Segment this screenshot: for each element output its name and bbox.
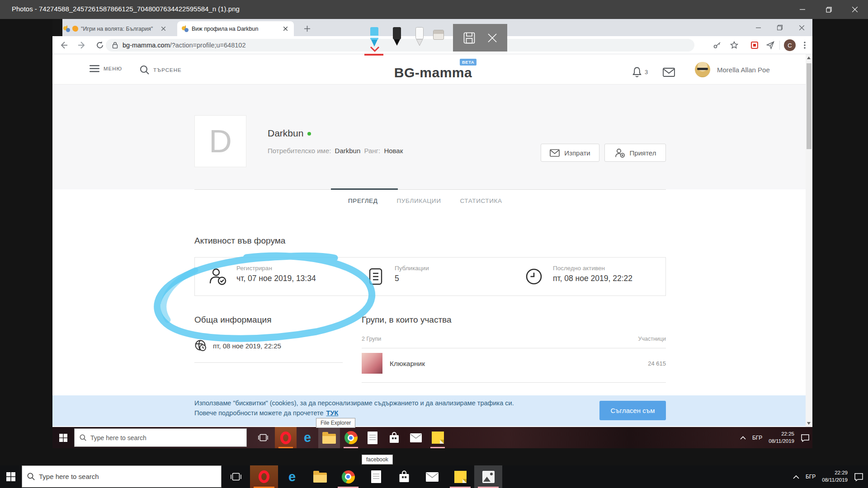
browser-tab-profile-active[interactable]: Виж профила на Darkbun [177, 21, 294, 36]
url-text: bg-mamma.com/?action=profile;u=648102 [123, 42, 245, 49]
tab-close-icon[interactable] [281, 25, 289, 33]
chrome-minimize-button[interactable] [747, 19, 769, 36]
active-tab-indicator [331, 188, 398, 190]
reload-button[interactable] [95, 40, 105, 50]
taskbar-icon-mail[interactable] [405, 427, 427, 448]
restore-icon [826, 7, 832, 13]
task-view-button[interactable] [226, 465, 246, 488]
chrome-menu-icon[interactable] [799, 40, 810, 51]
taskbar-icon-chrome[interactable] [340, 427, 362, 448]
taskbar-icon-mail[interactable] [418, 465, 446, 488]
action-center-icon[interactable] [801, 434, 810, 442]
windows-taskbar: Type here to search e БГР 22:29 08/11/20… [0, 465, 868, 488]
chrome-restore-button[interactable] [769, 19, 791, 36]
store-bag-icon [389, 432, 400, 444]
taskbar-search-box[interactable]: Type here to search [74, 428, 247, 447]
menu-label: МЕНЮ [104, 66, 122, 71]
photos-minimize-button[interactable] [789, 0, 816, 19]
profile-meta-row: Потребителско име: Darkbun Ранг: Новак [268, 147, 405, 155]
taskbar-search-box[interactable]: Type here to search [22, 465, 222, 488]
photos-close-button[interactable] [842, 0, 868, 19]
task-view-button[interactable] [253, 427, 273, 448]
cookie-more-link[interactable]: ТУК [326, 409, 339, 417]
scroll-up-arrow-icon[interactable] [807, 56, 811, 59]
logo-text: BG-mamma [394, 65, 472, 80]
tab-close-icon[interactable] [159, 25, 167, 33]
taskbar-icon-file-explorer[interactable] [306, 465, 334, 488]
tab-statistics[interactable]: СТАТИСТИКА [460, 197, 502, 204]
taskbar-icon-photos-active[interactable] [474, 465, 502, 488]
taskbar-icon-opera[interactable] [275, 427, 297, 448]
taskbar-icon-document[interactable] [362, 465, 390, 488]
stat-label: Публикации [395, 265, 429, 272]
muscle-emoji-icon [72, 26, 78, 32]
chrome-profile-avatar[interactable]: C [784, 39, 796, 51]
start-button[interactable] [0, 465, 22, 488]
close-annotation-icon[interactable] [488, 33, 497, 42]
tab-publications[interactable]: ПУБЛИКАЦИИ [396, 197, 441, 204]
stat-label: Последно активен [553, 265, 605, 272]
chrome-close-button[interactable] [791, 19, 812, 36]
tray-chevron-icon[interactable] [793, 475, 799, 479]
share-send-icon[interactable] [765, 40, 776, 51]
back-button[interactable] [59, 40, 69, 50]
taskbar-icon-sticky-notes[interactable] [427, 427, 448, 448]
browser-tab-igri[interactable]: "Игри на волята: България" [59, 21, 172, 36]
opera-icon [259, 470, 269, 483]
notifications-bell[interactable]: 3 [632, 66, 648, 79]
language-indicator[interactable]: БГР [752, 435, 762, 441]
task-view-icon [258, 434, 268, 441]
taskbar-icon-file-explorer[interactable] [318, 427, 340, 448]
group-members-count: 24 615 [603, 360, 666, 367]
taskbar-icon-store[interactable] [390, 465, 418, 488]
bgmamma-logo[interactable]: BG-mamma [386, 65, 481, 80]
clock[interactable]: 22:29 08/11/2019 [822, 469, 848, 483]
beta-badge: BETA [460, 59, 476, 66]
ballpoint-pen-tool[interactable] [392, 27, 402, 49]
notification-count: 3 [645, 69, 648, 75]
language-indicator[interactable]: БГР [806, 474, 816, 480]
bgmamma-favicon-icon [182, 25, 189, 33]
send-message-button[interactable]: Изпрати [541, 144, 599, 162]
general-info-heading: Обща информация [194, 315, 271, 325]
taskbar-icon-sticky-notes[interactable] [446, 465, 474, 488]
taskbar-icon-chrome[interactable] [334, 465, 362, 488]
site-search-button[interactable]: ТЪРСЕНЕ [140, 65, 182, 75]
screenshot-image: "Игри на волята: България" Виж профила н… [52, 19, 812, 448]
cookie-notice-bar: Използваме "бисквитки" (cookies), за да … [52, 395, 806, 426]
taskbar-icon-edge[interactable]: e [297, 427, 318, 448]
menu-button[interactable]: МЕНЮ [90, 65, 122, 72]
messages-envelope[interactable] [663, 68, 675, 79]
password-key-icon[interactable] [712, 40, 722, 51]
new-tab-button[interactable] [301, 23, 313, 34]
cookie-accept-button[interactable]: Съгласен съм [599, 401, 666, 420]
bgmamma-page: МЕНЮ ТЪРСЕНЕ BG-mamma BETA 3 Morella All… [52, 54, 806, 427]
page-scrollbar[interactable] [806, 54, 812, 427]
taskbar-icon-opera[interactable] [250, 465, 278, 488]
eraser-tool[interactable] [433, 30, 444, 40]
pencil-tool[interactable] [414, 27, 425, 49]
clock[interactable]: 22:25 08/11/2019 [769, 431, 794, 445]
group-name[interactable]: Клюкарник [390, 360, 425, 368]
taskbar-icon-store[interactable] [383, 427, 405, 448]
file-explorer-icon [313, 473, 327, 483]
bookmark-star-icon[interactable] [729, 40, 740, 51]
save-icon[interactable] [463, 32, 475, 44]
taskbar-icon-edge[interactable]: e [278, 465, 306, 488]
forward-button[interactable] [77, 40, 87, 50]
user-avatar[interactable] [695, 62, 710, 77]
logged-in-username[interactable]: Morella Allan Poe [717, 66, 770, 74]
windows-logo-icon [6, 472, 15, 481]
scrollbar-thumb[interactable] [807, 63, 811, 149]
groups-members-column-label: Участници [603, 336, 666, 342]
tray-chevron-icon[interactable] [740, 436, 746, 440]
extension-icon[interactable] [749, 40, 760, 51]
scroll-down-arrow-icon[interactable] [807, 422, 811, 425]
start-button[interactable] [52, 427, 74, 448]
tab-overview[interactable]: ПРЕГЛЕД [348, 197, 377, 204]
photos-restore-button[interactable] [816, 0, 842, 19]
groups-count-label: 2 Групи [362, 336, 381, 342]
add-friend-button[interactable]: Приятел [604, 144, 666, 162]
taskbar-icon-document[interactable] [362, 427, 383, 448]
action-center-icon[interactable] [854, 473, 863, 481]
